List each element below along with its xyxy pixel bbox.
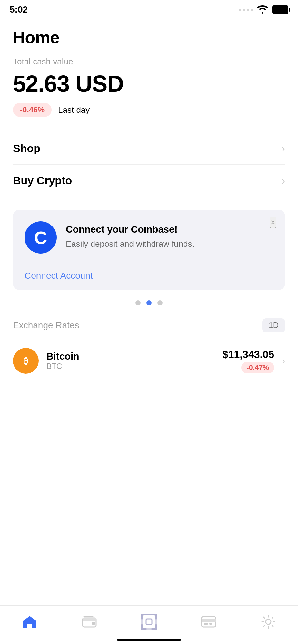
shop-chevron-icon: ›: [282, 142, 285, 155]
period-badge[interactable]: 1D: [262, 318, 285, 332]
exchange-rates-section: Exchange Rates 1D ₿ Bitcoin BTC $11,343.…: [13, 318, 285, 380]
signal-icon: [239, 9, 253, 11]
status-time: 5:02: [10, 5, 28, 15]
buy-crypto-chevron-icon: ›: [282, 174, 285, 187]
card-content: C Connect your Coinbase! Easily deposit …: [25, 221, 273, 254]
bitcoin-price-block: $11,343.05 -0.47%: [223, 349, 274, 373]
pagination-dot-2[interactable]: [146, 300, 152, 305]
svg-rect-10: [209, 623, 212, 625]
svg-point-11: [266, 619, 271, 624]
svg-rect-8: [202, 619, 216, 622]
change-row: -0.46% Last day: [13, 103, 285, 117]
buy-crypto-row[interactable]: Buy Crypto ›: [13, 165, 285, 197]
shop-row[interactable]: Shop ›: [13, 132, 285, 165]
svg-rect-6: [146, 619, 152, 625]
connect-account-button[interactable]: Connect Account: [25, 271, 93, 281]
wallet-icon: [81, 613, 98, 630]
nav-item-settings[interactable]: [255, 613, 281, 630]
status-icons: [239, 5, 288, 15]
coinbase-logo-letter: C: [34, 227, 47, 248]
bitcoin-chevron-icon: ›: [282, 355, 285, 366]
card-description: Easily deposit and withdraw funds.: [66, 238, 273, 250]
total-cash-label: Total cash value: [13, 57, 285, 67]
card-icon: [200, 613, 217, 630]
main-content: Home Total cash value 52.63 USD -0.46% L…: [0, 18, 298, 380]
bitcoin-symbol: BTC: [46, 362, 215, 371]
bitcoin-change-badge: -0.47%: [241, 362, 274, 373]
exchange-rates-title: Exchange Rates: [13, 320, 79, 331]
svg-text:₿: ₿: [24, 356, 28, 366]
bitcoin-name: Bitcoin: [46, 351, 215, 362]
page-title: Home: [13, 28, 285, 47]
change-badge: -0.46%: [13, 103, 52, 117]
nav-item-scan[interactable]: [136, 613, 162, 630]
svg-rect-3: [83, 618, 96, 621]
exchange-header: Exchange Rates 1D: [13, 318, 285, 332]
pagination-dot-3[interactable]: [157, 300, 163, 305]
card-divider: [25, 263, 273, 263]
nav-item-home[interactable]: [17, 613, 43, 630]
bitcoin-info: Bitcoin BTC: [46, 351, 215, 371]
bottom-nav: [0, 605, 298, 644]
bitcoin-price: $11,343.05: [223, 349, 274, 360]
home-icon: [21, 613, 38, 630]
scan-icon: [141, 613, 157, 630]
svg-rect-4: [92, 622, 95, 625]
last-day-label: Last day: [58, 105, 90, 115]
shop-label: Shop: [13, 142, 40, 155]
card-headline: Connect your Coinbase!: [66, 224, 273, 235]
coinbase-logo: C: [25, 221, 57, 254]
bitcoin-icon: ₿: [13, 348, 39, 374]
wifi-icon: [257, 5, 268, 15]
pagination-dot-1[interactable]: [135, 300, 141, 305]
card-text-block: Connect your Coinbase! Easily deposit an…: [66, 221, 273, 250]
svg-rect-9: [204, 623, 208, 625]
total-cash-value: 52.63 USD: [13, 71, 285, 97]
home-indicator: [117, 639, 181, 641]
status-bar: 5:02: [0, 0, 298, 18]
nav-item-card[interactable]: [196, 613, 222, 630]
battery-icon: [272, 5, 288, 14]
svg-rect-5: [142, 615, 156, 629]
pagination-dots: [13, 300, 285, 305]
bitcoin-row[interactable]: ₿ Bitcoin BTC $11,343.05 -0.47% ›: [13, 341, 285, 380]
nav-item-wallet[interactable]: [76, 613, 102, 630]
card-close-button[interactable]: ×: [270, 217, 276, 228]
buy-crypto-label: Buy Crypto: [13, 174, 72, 187]
settings-icon: [260, 613, 277, 630]
coinbase-card: × C Connect your Coinbase! Easily deposi…: [13, 210, 285, 290]
